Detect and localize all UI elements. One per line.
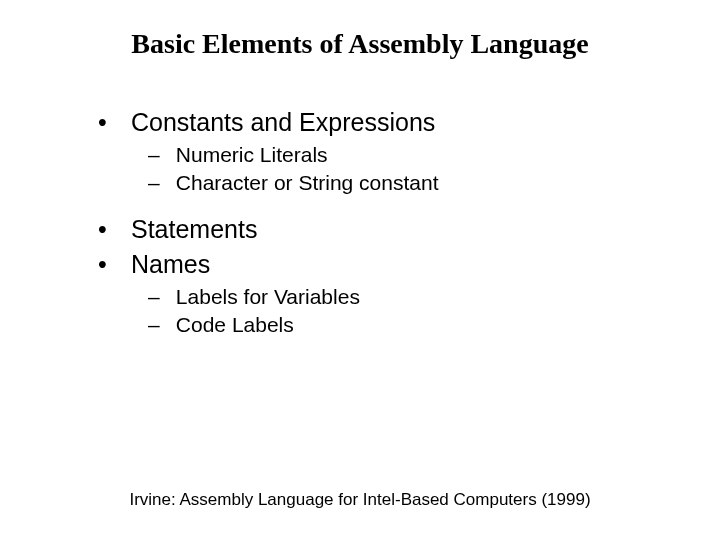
slide-title: Basic Elements of Assembly Language	[0, 28, 720, 60]
bullet-text: Statements	[131, 215, 257, 243]
slide-container: Basic Elements of Assembly Language Cons…	[0, 0, 720, 540]
bullet-constants: Constants and Expressions	[100, 108, 720, 137]
bullet-names: Names	[100, 250, 720, 279]
slide-content: Constants and Expressions Numeric Litera…	[0, 108, 720, 337]
sub-bullet-text: Labels for Variables	[176, 285, 360, 308]
sub-bullet-text: Character or String constant	[176, 171, 439, 194]
slide-footer: Irvine: Assembly Language for Intel-Base…	[0, 490, 720, 510]
bullet-text: Constants and Expressions	[131, 108, 435, 136]
sub-bullets-constants: Numeric Literals Character or String con…	[100, 143, 720, 195]
sub-bullet-code-labels: Code Labels	[148, 313, 720, 337]
sub-bullet-labels-variables: Labels for Variables	[148, 285, 720, 309]
sub-bullet-text: Code Labels	[176, 313, 294, 336]
sub-bullet-text: Numeric Literals	[176, 143, 328, 166]
sub-bullet-numeric: Numeric Literals	[148, 143, 720, 167]
bullet-text: Names	[131, 250, 210, 278]
bullet-statements: Statements	[100, 215, 720, 244]
sub-bullet-char-string: Character or String constant	[148, 171, 720, 195]
sub-bullets-names: Labels for Variables Code Labels	[100, 285, 720, 337]
